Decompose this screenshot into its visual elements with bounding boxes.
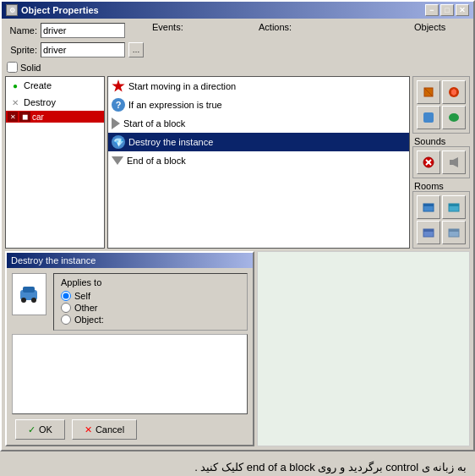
actions-col-header: Actions: bbox=[257, 22, 406, 32]
svg-point-4 bbox=[449, 113, 459, 122]
name-label: Name: bbox=[5, 25, 37, 36]
event-destroy-label: Destroy bbox=[24, 97, 56, 107]
sprite-label: Sprite: bbox=[5, 45, 37, 55]
svg-rect-3 bbox=[423, 112, 434, 123]
applies-to-label: Applies to bbox=[61, 277, 240, 287]
top-row: Name: Sprite: … Solid Events: Ac bbox=[5, 22, 470, 74]
event-destroy[interactable]: ✕ Destroy bbox=[6, 94, 104, 111]
sprite-row: Sprite: … bbox=[5, 41, 144, 58]
event-car[interactable]: ✕ ◼ car bbox=[6, 111, 104, 123]
sounds-icon-2[interactable] bbox=[442, 150, 466, 174]
close-button[interactable]: ✕ bbox=[456, 4, 469, 16]
rooms-header: Rooms bbox=[412, 180, 445, 192]
action-start-block[interactable]: Start of a block bbox=[108, 114, 409, 133]
window-body: Name: Sprite: … Solid Events: Ac bbox=[2, 19, 473, 450]
svg-rect-15 bbox=[423, 229, 434, 232]
event-create[interactable]: ● Create bbox=[6, 77, 104, 94]
title-bar: ⚙ Object Properties − □ ✕ bbox=[2, 2, 473, 19]
ok-label: OK bbox=[39, 424, 52, 435]
question-icon: ? bbox=[112, 98, 125, 112]
rooms-icon-3[interactable] bbox=[417, 221, 440, 244]
right-empty-area bbox=[257, 251, 470, 446]
objects-col-header: Objects bbox=[412, 22, 470, 32]
window-icon: ⚙ bbox=[6, 4, 18, 16]
triangle-down-icon bbox=[112, 156, 123, 165]
radio-other-label: Other bbox=[74, 303, 98, 313]
sounds-icon-1[interactable] bbox=[417, 150, 440, 174]
action-if-expression[interactable]: ? If an expression is true bbox=[108, 96, 409, 114]
event-create-label: Create bbox=[24, 80, 52, 90]
minimize-button[interactable]: − bbox=[425, 4, 439, 16]
events-list: ● Create ✕ Destroy ✕ ◼ car bbox=[5, 76, 105, 249]
radio-other[interactable] bbox=[61, 303, 71, 313]
actions-header: Actions: bbox=[257, 21, 293, 33]
destroy-circle-icon: 💎 bbox=[112, 135, 125, 149]
sounds-icon-grid bbox=[415, 149, 467, 176]
svg-rect-17 bbox=[449, 229, 459, 232]
action-start-moving[interactable]: Start moving in a direction bbox=[108, 77, 409, 96]
action-start-moving-label: Start moving in a direction bbox=[128, 81, 236, 91]
cancel-x-icon: ✕ bbox=[85, 424, 92, 435]
triangle-right-icon bbox=[112, 118, 120, 129]
objects-icon-4[interactable] bbox=[442, 106, 466, 129]
objects-icon-3[interactable] bbox=[417, 106, 440, 129]
action-end-block[interactable]: End of a block bbox=[108, 151, 409, 170]
action-empty-area bbox=[12, 334, 248, 414]
window-title: Object Properties bbox=[21, 5, 99, 15]
svg-rect-13 bbox=[449, 204, 459, 206]
bottom-instructions: به زبانه ی control برگردید و روی end of … bbox=[0, 451, 475, 476]
rooms-section: Rooms bbox=[412, 181, 470, 249]
rooms-icon-grid bbox=[415, 194, 467, 246]
star-icon bbox=[112, 79, 125, 93]
objects-header: Objects bbox=[412, 21, 447, 33]
car-collision-icon: ✕ bbox=[8, 112, 18, 122]
rooms-icon-2[interactable] bbox=[442, 195, 466, 219]
sprite-input[interactable] bbox=[41, 42, 125, 57]
rooms-icon-4[interactable] bbox=[442, 221, 466, 244]
svg-rect-11 bbox=[423, 204, 434, 206]
svg-marker-9 bbox=[453, 157, 458, 167]
destroy-icon: ✕ bbox=[9, 96, 21, 108]
name-input[interactable] bbox=[41, 23, 125, 38]
rooms-icon-1[interactable] bbox=[417, 195, 440, 219]
title-bar-buttons: − □ ✕ bbox=[425, 4, 469, 16]
objects-icon-1[interactable] bbox=[417, 80, 440, 104]
title-bar-left: ⚙ Object Properties bbox=[6, 4, 99, 16]
radio-object-label: Object: bbox=[74, 315, 104, 325]
bottom-row: Destroy the instance bbox=[5, 251, 470, 446]
radio-object[interactable] bbox=[61, 315, 71, 325]
solid-checkbox[interactable] bbox=[7, 62, 18, 73]
svg-rect-8 bbox=[450, 160, 453, 165]
svg-point-20 bbox=[21, 298, 26, 303]
name-row: Name: bbox=[5, 22, 144, 39]
sounds-icons-box bbox=[412, 146, 470, 178]
create-icon: ● bbox=[9, 79, 21, 91]
events-col: Events: bbox=[150, 22, 250, 32]
applies-to-box: Applies to Self Other Obje bbox=[53, 273, 248, 331]
radio-self[interactable] bbox=[61, 291, 71, 301]
events-header: Events: bbox=[150, 21, 185, 33]
destroy-subwindow-title: Destroy the instance bbox=[7, 253, 253, 268]
action-start-block-label: Start of a block bbox=[123, 118, 185, 129]
destroy-subwindow-content: Applies to Self Other Obje bbox=[7, 268, 253, 445]
objects-icon-grid bbox=[415, 79, 467, 131]
action-if-expression-label: If an expression is true bbox=[128, 100, 222, 110]
objects-icons-box bbox=[412, 76, 470, 134]
sounds-section: Sounds bbox=[412, 136, 470, 178]
cancel-button[interactable]: ✕ Cancel bbox=[72, 419, 137, 440]
action-destroy-instance[interactable]: 💎 Destroy the instance bbox=[108, 133, 409, 151]
action-buttons: ✓ OK ✕ Cancel bbox=[12, 419, 248, 440]
radio-object-row: Object: bbox=[61, 315, 240, 325]
maximize-button[interactable]: □ bbox=[440, 4, 454, 16]
rooms-icons-box bbox=[412, 191, 470, 249]
car-icon-tag: ◼ bbox=[19, 112, 30, 122]
sprite-browse-button[interactable]: … bbox=[128, 42, 144, 57]
ok-button[interactable]: ✓ OK bbox=[15, 419, 65, 440]
sounds-header: Sounds bbox=[412, 135, 447, 147]
ok-checkmark-icon: ✓ bbox=[28, 424, 35, 435]
radio-self-label: Self bbox=[74, 291, 90, 301]
objects-icon-2[interactable] bbox=[442, 80, 466, 104]
name-sprite-block: Name: Sprite: … Solid bbox=[5, 22, 144, 74]
cancel-label: Cancel bbox=[96, 424, 124, 435]
object-properties-window: ⚙ Object Properties − □ ✕ Name: Sprite: … bbox=[0, 0, 475, 451]
